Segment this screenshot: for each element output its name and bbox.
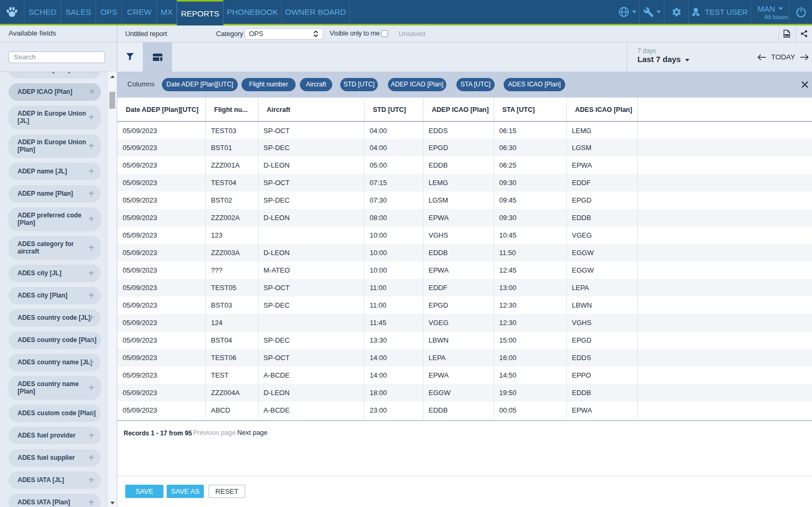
- svg-text:csv: csv: [785, 34, 788, 37]
